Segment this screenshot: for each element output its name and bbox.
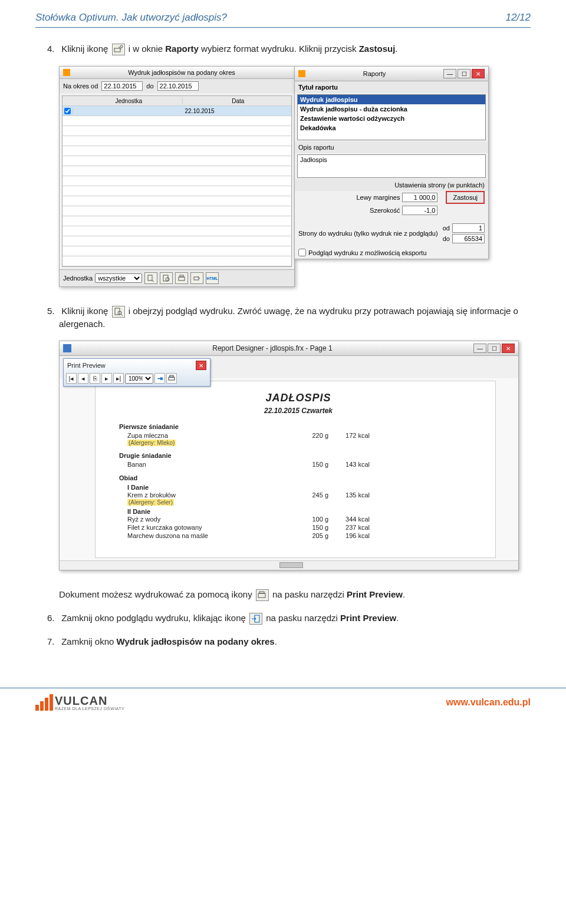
minimize-button[interactable]: — (473, 344, 486, 353)
print-icon[interactable] (166, 373, 177, 384)
opis-label: Opis raportu (295, 141, 488, 153)
search-icon[interactable] (144, 272, 157, 284)
next-page-icon[interactable]: ▸ (101, 373, 112, 384)
dish-kcal: 172 kcal (328, 432, 370, 439)
svg-rect-2 (148, 275, 152, 280)
doc-date: 22.10.2015 Czwartek (119, 407, 478, 415)
step4-text3: wybierz format wydruku. Kliknij przycisk (201, 44, 359, 54)
lewy-margines-input[interactable] (402, 193, 437, 202)
dish-weight: 150 g (296, 461, 328, 468)
svg-rect-10 (169, 377, 175, 380)
list-item[interactable]: Wydruk jadłospisu - duża czcionka (298, 104, 485, 114)
ust-head: Ustawienia strony (w punktach) (295, 179, 488, 191)
svg-rect-6 (180, 275, 183, 277)
grid-row-checkbox[interactable] (64, 108, 71, 114)
step4-btn: Zastosuj (359, 44, 396, 54)
date-from-input[interactable] (101, 81, 143, 91)
svg-point-1 (120, 45, 123, 48)
print-icon (256, 589, 269, 601)
preview-icon[interactable] (160, 272, 173, 284)
date-to-input[interactable] (157, 81, 199, 91)
window-raporty-title: Raporty (308, 70, 441, 77)
close-preview-icon (249, 613, 262, 625)
svg-rect-11 (170, 375, 173, 377)
dish-weight: 100 g (296, 516, 328, 523)
maximize-button[interactable]: ☐ (458, 69, 470, 78)
od-input[interactable] (452, 223, 485, 233)
svg-rect-7 (194, 277, 199, 280)
footer-url: www.vulcan.edu.pl (446, 697, 531, 708)
dish-kcal: 143 kcal (328, 461, 370, 468)
strony-label: Strony do wydruku (tylko wydruk nie z po… (298, 230, 439, 237)
grid-col-date: Data (183, 98, 292, 104)
list-item[interactable]: Wydruk jadłospisu (298, 95, 485, 104)
svg-point-4 (166, 278, 169, 281)
logo-tagline: RAZEM DLA LEPSZEJ OŚWIATY (55, 707, 124, 711)
date-from-label: Na okres od (63, 82, 98, 90)
horizontal-scrollbar[interactable] (60, 560, 518, 570)
meal-heading: Obiad (119, 474, 478, 481)
unit-label: Jednostka (63, 275, 93, 282)
logo-text: VULCAN (55, 695, 124, 707)
grid-row-date: 22.10.2015 (183, 108, 292, 114)
header-rule (35, 27, 531, 28)
export-label: Podgląd wydruku z możliwością eksportu (308, 249, 427, 256)
szerokosc-input[interactable] (402, 206, 437, 215)
section-tytul: Tytuł raportu (295, 81, 488, 93)
dish-kcal: 237 kcal (328, 524, 370, 531)
unit-select[interactable]: wszystkie (95, 273, 142, 283)
svg-rect-12 (258, 593, 265, 598)
dish-weight: 220 g (296, 432, 328, 439)
window-icon (63, 69, 70, 76)
dish-kcal: 344 kcal (328, 516, 370, 523)
meal-heading: Pierwsze śniadanie (119, 423, 478, 430)
dish-name: Filet z kurczaka gotowany (119, 524, 296, 531)
dish-name: Banan (119, 461, 296, 468)
opis-value: Jadłospis (298, 155, 485, 164)
last-page-icon[interactable]: ▸| (113, 373, 124, 384)
grid-col-unit: Jednostka (73, 98, 183, 104)
maximize-button[interactable]: ☐ (488, 344, 501, 353)
course-heading: II Danie (119, 508, 478, 515)
step4-winname: Raporty (165, 44, 199, 54)
print-preview-toolbar: Print Preview ✕ |◂ ◂ ⎘ ▸ ▸| 100% ⇥ (63, 358, 210, 387)
prev-page-icon[interactable]: ◂ (78, 373, 88, 384)
goto-page-icon[interactable]: ⎘ (90, 373, 100, 384)
dish-weight: 150 g (296, 524, 328, 531)
printer-hand-icon[interactable] (190, 272, 203, 284)
minimize-button[interactable]: — (443, 69, 456, 78)
date-to-label: do (146, 82, 153, 90)
window-wydruk: Wydruk jadłospisów na podany okres Na ok… (59, 66, 295, 287)
dish-name: Ryż z wody (119, 516, 296, 523)
export-checkbox[interactable] (298, 249, 306, 256)
report-list[interactable]: Wydruk jadłospisu Wydruk jadłospisu - du… (297, 94, 486, 140)
print-preview-title: Print Preview (67, 362, 106, 369)
close-button[interactable]: ✕ (502, 344, 515, 353)
step-6: 6. Zamknij okno podglądu wydruku, klikaj… (35, 612, 531, 625)
do-input[interactable] (452, 234, 485, 243)
designer-icon (63, 344, 71, 352)
close-preview-icon[interactable]: ⇥ (154, 373, 165, 384)
print-icon[interactable] (175, 272, 188, 284)
zoom-select[interactable]: 100% (125, 374, 153, 384)
dish-weight: 205 g (296, 532, 328, 539)
close-button[interactable]: ✕ (472, 69, 485, 78)
doc-print-note: Dokument możesz wydrukować za pomocą iko… (35, 588, 531, 601)
doc-heading: JADŁOSPIS (119, 392, 478, 404)
step-5: 5. Kliknij ikonę i obejrzyj podgląd wydr… (35, 305, 531, 330)
list-item[interactable]: Dekadówka (298, 123, 485, 133)
list-item[interactable]: Zestawienie wartości odżywczych (298, 114, 485, 123)
html-button[interactable]: HTML (206, 272, 219, 284)
svg-rect-14 (255, 615, 259, 622)
dish-weight: 245 g (296, 491, 328, 499)
window-raporty: Raporty — ☐ ✕ Tytuł raportu Wydruk jadło… (294, 66, 489, 259)
vulcan-logo: VULCAN RAZEM DLA LEPSZEJ OŚWIATY (35, 694, 124, 711)
zastosuj-button[interactable]: Zastosuj (446, 191, 485, 204)
close-icon[interactable]: ✕ (196, 361, 206, 370)
course-heading: I Danie (119, 484, 478, 491)
preview-page: JADŁOSPIS 22.10.2015 Czwartek Pierwsze ś… (95, 381, 496, 558)
svg-rect-5 (179, 277, 185, 280)
designer-title: Report Designer - jdlospis.frx - Page 1 (74, 344, 471, 352)
allergen-badge: (Alergeny: Seler) (127, 499, 174, 506)
first-page-icon[interactable]: |◂ (66, 373, 77, 384)
